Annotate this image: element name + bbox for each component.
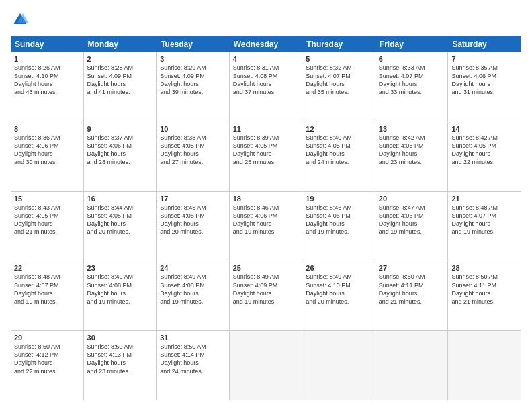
calendar-row: 15Sunrise: 8:43 AMSunset: 4:05 PMDayligh… bbox=[11, 192, 521, 262]
day-number: 21 bbox=[451, 195, 518, 203]
day-number: 4 bbox=[233, 55, 299, 63]
cell-info: Sunrise: 8:31 AMSunset: 4:08 PMDaylight … bbox=[233, 64, 299, 97]
cell-info: Sunrise: 8:50 AMSunset: 4:14 PMDaylight … bbox=[160, 342, 226, 375]
cell-info: Sunrise: 8:42 AMSunset: 4:05 PMDaylight … bbox=[451, 134, 518, 167]
header-day: Wednesday bbox=[230, 36, 303, 52]
cell-info: Sunrise: 8:48 AMSunset: 4:07 PMDaylight … bbox=[14, 273, 80, 306]
cell-info: Sunrise: 8:47 AMSunset: 4:06 PMDaylight … bbox=[379, 203, 445, 236]
calendar-cell: 16Sunrise: 8:44 AMSunset: 4:05 PMDayligh… bbox=[84, 192, 157, 261]
calendar-cell: 9Sunrise: 8:37 AMSunset: 4:06 PMDaylight… bbox=[84, 122, 157, 191]
calendar-cell: 22Sunrise: 8:48 AMSunset: 4:07 PMDayligh… bbox=[11, 261, 84, 330]
day-number: 18 bbox=[233, 195, 299, 203]
empty-cell bbox=[375, 331, 449, 400]
calendar-cell: 11Sunrise: 8:39 AMSunset: 4:05 PMDayligh… bbox=[230, 122, 303, 191]
cell-info: Sunrise: 8:50 AMSunset: 4:11 PMDaylight … bbox=[379, 273, 445, 306]
calendar-cell: 28Sunrise: 8:50 AMSunset: 4:11 PMDayligh… bbox=[448, 261, 521, 330]
header-day: Monday bbox=[84, 36, 157, 52]
day-number: 14 bbox=[451, 125, 518, 133]
day-number: 29 bbox=[14, 334, 80, 342]
calendar-cell: 13Sunrise: 8:42 AMSunset: 4:05 PMDayligh… bbox=[375, 122, 449, 191]
calendar-cell: 1Sunrise: 8:26 AMSunset: 4:10 PMDaylight… bbox=[11, 52, 84, 122]
day-number: 5 bbox=[306, 55, 371, 63]
calendar-header: SundayMondayTuesdayWednesdayThursdayFrid… bbox=[11, 36, 521, 52]
calendar: SundayMondayTuesdayWednesdayThursdayFrid… bbox=[11, 36, 521, 400]
calendar-cell: 12Sunrise: 8:40 AMSunset: 4:05 PMDayligh… bbox=[302, 122, 375, 191]
calendar-cell: 29Sunrise: 8:50 AMSunset: 4:12 PMDayligh… bbox=[11, 331, 84, 400]
calendar-cell: 4Sunrise: 8:31 AMSunset: 4:08 PMDaylight… bbox=[230, 52, 303, 122]
calendar-cell: 27Sunrise: 8:50 AMSunset: 4:11 PMDayligh… bbox=[375, 261, 449, 330]
empty-cell bbox=[448, 331, 521, 400]
logo bbox=[11, 11, 32, 30]
header-day: Friday bbox=[375, 36, 449, 52]
header-day: Saturday bbox=[448, 36, 521, 52]
day-number: 10 bbox=[160, 125, 226, 133]
calendar-row: 29Sunrise: 8:50 AMSunset: 4:12 PMDayligh… bbox=[11, 331, 521, 400]
header-day: Sunday bbox=[11, 36, 84, 52]
day-number: 11 bbox=[233, 125, 299, 133]
cell-info: Sunrise: 8:28 AMSunset: 4:09 PMDaylight … bbox=[87, 64, 153, 97]
cell-info: Sunrise: 8:40 AMSunset: 4:05 PMDaylight … bbox=[306, 134, 371, 167]
calendar-cell: 6Sunrise: 8:33 AMSunset: 4:07 PMDaylight… bbox=[375, 52, 449, 122]
day-number: 30 bbox=[87, 334, 153, 342]
cell-info: Sunrise: 8:38 AMSunset: 4:05 PMDaylight … bbox=[160, 134, 226, 167]
day-number: 3 bbox=[160, 55, 226, 63]
cell-info: Sunrise: 8:50 AMSunset: 4:12 PMDaylight … bbox=[14, 342, 80, 375]
day-number: 28 bbox=[451, 264, 518, 272]
day-number: 12 bbox=[306, 125, 371, 133]
day-number: 8 bbox=[14, 125, 80, 133]
cell-info: Sunrise: 8:46 AMSunset: 4:06 PMDaylight … bbox=[233, 203, 299, 236]
calendar-cell: 18Sunrise: 8:46 AMSunset: 4:06 PMDayligh… bbox=[230, 192, 303, 261]
cell-info: Sunrise: 8:32 AMSunset: 4:07 PMDaylight … bbox=[306, 64, 371, 97]
cell-info: Sunrise: 8:37 AMSunset: 4:06 PMDaylight … bbox=[87, 134, 153, 167]
cell-info: Sunrise: 8:26 AMSunset: 4:10 PMDaylight … bbox=[14, 64, 80, 97]
empty-cell bbox=[302, 331, 375, 400]
cell-info: Sunrise: 8:29 AMSunset: 4:09 PMDaylight … bbox=[160, 64, 226, 97]
calendar-cell: 14Sunrise: 8:42 AMSunset: 4:05 PMDayligh… bbox=[448, 122, 521, 191]
calendar-cell: 5Sunrise: 8:32 AMSunset: 4:07 PMDaylight… bbox=[302, 52, 375, 122]
logo-icon bbox=[11, 11, 30, 30]
day-number: 22 bbox=[14, 264, 80, 272]
calendar-cell: 30Sunrise: 8:50 AMSunset: 4:13 PMDayligh… bbox=[84, 331, 157, 400]
calendar-cell: 8Sunrise: 8:36 AMSunset: 4:06 PMDaylight… bbox=[11, 122, 84, 191]
calendar-cell: 24Sunrise: 8:49 AMSunset: 4:08 PMDayligh… bbox=[157, 261, 230, 330]
calendar-row: 8Sunrise: 8:36 AMSunset: 4:06 PMDaylight… bbox=[11, 122, 521, 192]
calendar-cell: 31Sunrise: 8:50 AMSunset: 4:14 PMDayligh… bbox=[157, 331, 230, 400]
cell-info: Sunrise: 8:36 AMSunset: 4:06 PMDaylight … bbox=[14, 134, 80, 167]
day-number: 26 bbox=[306, 264, 371, 272]
calendar-cell: 15Sunrise: 8:43 AMSunset: 4:05 PMDayligh… bbox=[11, 192, 84, 261]
cell-info: Sunrise: 8:45 AMSunset: 4:05 PMDaylight … bbox=[160, 203, 226, 236]
header-day: Thursday bbox=[302, 36, 375, 52]
day-number: 9 bbox=[87, 125, 153, 133]
cell-info: Sunrise: 8:43 AMSunset: 4:05 PMDaylight … bbox=[14, 203, 80, 236]
cell-info: Sunrise: 8:49 AMSunset: 4:10 PMDaylight … bbox=[306, 273, 371, 306]
cell-info: Sunrise: 8:49 AMSunset: 4:08 PMDaylight … bbox=[160, 273, 226, 306]
cell-info: Sunrise: 8:44 AMSunset: 4:05 PMDaylight … bbox=[87, 203, 153, 236]
day-number: 7 bbox=[451, 55, 518, 63]
cell-info: Sunrise: 8:46 AMSunset: 4:06 PMDaylight … bbox=[306, 203, 371, 236]
cell-info: Sunrise: 8:49 AMSunset: 4:08 PMDaylight … bbox=[87, 273, 153, 306]
day-number: 25 bbox=[233, 264, 299, 272]
day-number: 13 bbox=[379, 125, 445, 133]
cell-info: Sunrise: 8:42 AMSunset: 4:05 PMDaylight … bbox=[379, 134, 445, 167]
day-number: 17 bbox=[160, 195, 226, 203]
cell-info: Sunrise: 8:48 AMSunset: 4:07 PMDaylight … bbox=[451, 203, 518, 236]
day-number: 24 bbox=[160, 264, 226, 272]
calendar-cell: 17Sunrise: 8:45 AMSunset: 4:05 PMDayligh… bbox=[157, 192, 230, 261]
calendar-cell: 2Sunrise: 8:28 AMSunset: 4:09 PMDaylight… bbox=[84, 52, 157, 122]
calendar-cell: 3Sunrise: 8:29 AMSunset: 4:09 PMDaylight… bbox=[157, 52, 230, 122]
cell-info: Sunrise: 8:49 AMSunset: 4:09 PMDaylight … bbox=[233, 273, 299, 306]
day-number: 31 bbox=[160, 334, 226, 342]
calendar-cell: 7Sunrise: 8:35 AMSunset: 4:06 PMDaylight… bbox=[448, 52, 521, 122]
cell-info: Sunrise: 8:33 AMSunset: 4:07 PMDaylight … bbox=[379, 64, 445, 97]
calendar-row: 22Sunrise: 8:48 AMSunset: 4:07 PMDayligh… bbox=[11, 261, 521, 331]
day-number: 16 bbox=[87, 195, 153, 203]
calendar-cell: 21Sunrise: 8:48 AMSunset: 4:07 PMDayligh… bbox=[448, 192, 521, 261]
calendar-row: 1Sunrise: 8:26 AMSunset: 4:10 PMDaylight… bbox=[11, 52, 521, 122]
day-number: 27 bbox=[379, 264, 445, 272]
cell-info: Sunrise: 8:50 AMSunset: 4:11 PMDaylight … bbox=[451, 273, 518, 306]
calendar-cell: 26Sunrise: 8:49 AMSunset: 4:10 PMDayligh… bbox=[302, 261, 375, 330]
header bbox=[11, 11, 521, 30]
empty-cell bbox=[230, 331, 303, 400]
day-number: 2 bbox=[87, 55, 153, 63]
calendar-cell: 20Sunrise: 8:47 AMSunset: 4:06 PMDayligh… bbox=[375, 192, 449, 261]
